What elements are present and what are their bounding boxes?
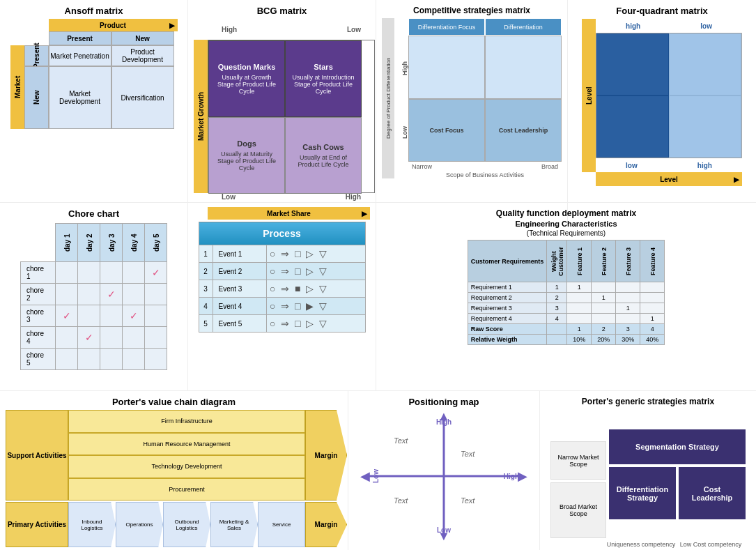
pos-low-left: Low <box>372 469 380 483</box>
marketing-sales: Marketing & Sales <box>210 502 258 547</box>
diff-label: Differentiation <box>485 18 562 36</box>
procurement: Procurement <box>68 478 305 501</box>
chore-cell-4-2 <box>100 349 123 370</box>
chore-cell-1-3 <box>123 284 145 305</box>
chore-cell-0-0 <box>56 262 78 284</box>
bcg-question-marks: Question Marks Usually at Growth Stage o… <box>208 40 285 117</box>
ansoff-title: Ansoff matrix <box>6 6 182 16</box>
fourq-x-high: high <box>697 162 712 169</box>
bcg-stars: Stars Usually at Introduction Stage of P… <box>285 40 362 117</box>
firm-infra: Firm Infrastructure <box>68 410 305 433</box>
chore-cell-1-4 <box>145 284 167 305</box>
qfd-title: Quality function deployment matrix <box>382 208 750 218</box>
cost-leadership-label: Cost Leadership <box>485 99 562 162</box>
day-1-header: day 1 <box>56 224 78 262</box>
chore-cell-0-3 <box>123 262 145 284</box>
competitive-y-axis: Degree of Product Differentiation <box>382 18 394 178</box>
day-3-header: day 3 <box>100 224 123 262</box>
col-header-present: Present <box>49 31 111 45</box>
day-2-header: day 2 <box>78 224 100 262</box>
chore-table: day 1 day 2 day 3 day 4 day 5 chore 1✓ch… <box>20 223 167 370</box>
chore-cell-3-0 <box>56 327 78 349</box>
chore-name-2: chore 3 <box>21 305 56 327</box>
day-5-header: day 5 <box>145 224 167 262</box>
chore-cell-0-2 <box>100 262 123 284</box>
porter-value-chain: Porter's value chain diagram Support Act… <box>0 390 348 550</box>
porter-generic-title: Porter's generic strategies matrix <box>546 397 750 406</box>
margin-bottom: Margin <box>305 502 347 547</box>
primary-label: Primary Activities <box>6 502 68 547</box>
segmentation-strategy: Segmentation Strategy <box>609 429 746 464</box>
competitive-high-label: High <box>394 61 408 75</box>
competitive-matrix: Competitive strategies matrix Degree of … <box>376 0 568 225</box>
ansoff-cell-4: Diversification <box>111 66 174 129</box>
chore-name-4: chore 5 <box>21 349 56 370</box>
diff-focus-label: Differentiation Focus <box>408 18 485 36</box>
chore-name-1: chore 2 <box>21 284 56 305</box>
pos-text-1: Text <box>461 450 475 458</box>
chore-cell-2-1 <box>78 305 100 327</box>
chore-cell-3-1: ✓ <box>78 327 100 349</box>
margin-top: Margin <box>305 410 347 501</box>
tech-dev: Technology Development <box>68 455 305 478</box>
qfd-eng-subtitle: (Technical Requirements) <box>382 229 750 237</box>
ansoff-cell-2: Product Development <box>111 45 174 66</box>
day-4-header: day 4 <box>123 224 145 262</box>
chore-cell-0-4: ✓ <box>145 262 167 284</box>
chore-cell-0-1 <box>78 262 100 284</box>
differentiation-strategy: Differentiation Strategy <box>609 467 676 519</box>
pos-high-top: High <box>436 418 452 426</box>
chore-cell-1-1 <box>78 284 100 305</box>
flow-chart: Flow process chart Process 1Event 1○ ⇒ □… <box>188 202 376 390</box>
chore-cell-2-3: ✓ <box>123 305 145 327</box>
pos-text-3: Text <box>461 496 475 505</box>
fourq-high-label: high <box>626 22 640 30</box>
chore-chart: Chore chart day 1 day 2 day 3 day 4 day … <box>0 202 188 390</box>
chore-cell-4-4 <box>145 349 167 370</box>
chore-cell-3-3 <box>123 327 145 349</box>
qfd-table: Customer RequirementsCustomer WeightFeat… <box>468 240 665 345</box>
product-label: Product <box>100 22 126 29</box>
chore-cell-4-0 <box>56 349 78 370</box>
bcg-cash-cows: Cash Cows Usually at End of Product Life… <box>285 117 362 194</box>
chore-cell-3-2 <box>100 327 123 349</box>
porter-value-title: Porter's value chain diagram <box>6 397 342 407</box>
uniqueness-label: Uniqueness competency <box>606 541 676 548</box>
pos-text-2: Text <box>394 436 408 445</box>
pos-text-4: Text <box>394 496 408 505</box>
chore-cell-3-4 <box>145 327 167 349</box>
row-header-present: Present <box>24 45 49 66</box>
chore-cell-1-0 <box>56 284 78 305</box>
bcg-y-axis: Market Growth <box>194 40 208 193</box>
pos-high-right: High <box>504 473 519 480</box>
chore-title: Chore chart <box>6 208 182 219</box>
qfd-eng-title: Engineering Characteristics <box>382 220 750 228</box>
chore-name-3: chore 4 <box>21 327 56 349</box>
four-quadrant-matrix: Four-quadrant matrix Level high low <box>568 0 756 225</box>
pos-low-bottom: Low <box>437 526 451 534</box>
positioning-map: Positioning map ▲ ▼ ◀ ▶ High Low Low Hig… <box>348 390 540 550</box>
fourq-x-low: low <box>626 162 638 169</box>
ansoff-matrix: Ansoff matrix Product ▶ Present New Mark… <box>0 0 188 225</box>
fourq-low-label: low <box>700 22 712 30</box>
cost-focus-label: Cost Focus <box>408 99 485 162</box>
broad-label: Broad <box>541 163 558 170</box>
chore-cell-2-2 <box>100 305 123 327</box>
bcg-high-label: High <box>222 26 237 33</box>
support-label: Support Activities <box>6 410 68 501</box>
chore-cell-4-1 <box>78 349 100 370</box>
chore-cell-4-3 <box>123 349 145 370</box>
fourq-y-axis: Level <box>582 19 596 172</box>
competitive-low-label: Low <box>394 126 408 139</box>
bcg-x-axis: Market Share <box>267 210 311 217</box>
service: Service <box>258 502 305 547</box>
hr-mgmt: Human Resource Management <box>68 433 305 456</box>
broad-scope-label: Broad Market Scope <box>550 482 606 538</box>
flow-table: Process 1Event 1○ ⇒ □ ▷ ▽2Event 2○ ⇒ □ ▷… <box>199 222 366 333</box>
ansoff-cell-3: Market Development <box>49 66 111 129</box>
fourq-x-axis: Level ▶ <box>596 172 742 186</box>
market-label: Market <box>10 45 24 129</box>
ansoff-cell-1: Market Penetration <box>49 45 111 66</box>
competitive-x-axis: Scope of Business Activities <box>408 171 562 178</box>
bcg-low-label-top: Low <box>347 26 361 33</box>
